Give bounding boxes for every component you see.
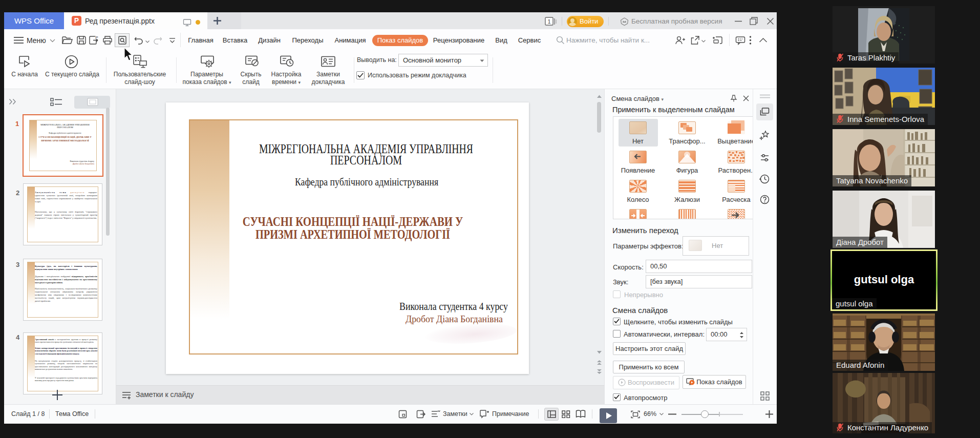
svg-text:1: 1 bbox=[547, 18, 550, 25]
svg-text:P: P bbox=[95, 35, 98, 40]
